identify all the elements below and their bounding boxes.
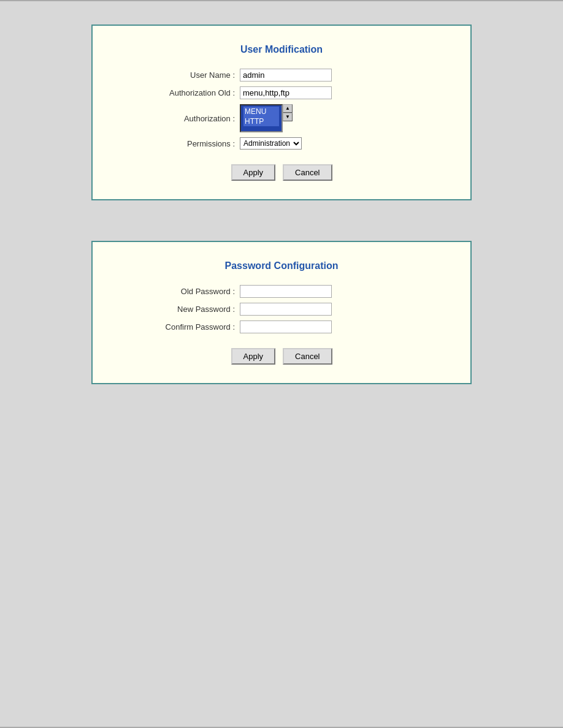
auth-field: MENU HTTP ▲ ▼ <box>240 104 446 137</box>
auth-item-http[interactable]: HTTP <box>243 116 279 126</box>
username-input[interactable] <box>240 69 332 82</box>
password-config-form: Old Password : New Password : Confirm Pa… <box>117 285 446 338</box>
user-mod-button-row: Apply Cancel <box>117 164 446 181</box>
user-modification-title: User Modification <box>117 44 446 55</box>
password-config-panel: Password Configuration Old Password : Ne… <box>91 241 472 384</box>
top-divider <box>0 0 563 1</box>
new-password-label: New Password : <box>117 303 240 320</box>
auth-item-menu[interactable]: MENU <box>243 107 279 116</box>
user-modification-form: User Name : Authorization Old : Authoriz… <box>117 69 446 154</box>
auth-label: Authorization : <box>117 104 240 137</box>
password-apply-button[interactable]: Apply <box>231 348 276 365</box>
auth-listbox[interactable]: MENU HTTP <box>240 104 283 132</box>
new-password-field <box>240 303 446 320</box>
permissions-select[interactable]: Administration User Guest <box>240 137 302 150</box>
user-modification-panel: User Modification User Name : Authorizat… <box>91 25 472 200</box>
auth-listbox-items: MENU HTTP <box>241 105 282 127</box>
auth-scroll-up-button[interactable]: ▲ <box>283 104 293 113</box>
page-wrapper: User Modification User Name : Authorizat… <box>0 0 563 728</box>
auth-scroll-buttons: ▲ ▼ <box>283 104 293 132</box>
auth-old-field <box>240 86 446 104</box>
confirm-password-field <box>240 320 446 338</box>
password-button-row: Apply Cancel <box>117 348 446 365</box>
password-cancel-button[interactable]: Cancel <box>283 348 332 365</box>
auth-old-label: Authorization Old : <box>117 86 240 104</box>
old-password-input[interactable] <box>240 285 332 298</box>
auth-old-input[interactable] <box>240 86 332 99</box>
username-label: User Name : <box>117 69 240 86</box>
user-mod-apply-button[interactable]: Apply <box>231 164 276 181</box>
permissions-label: Permissions : <box>117 137 240 154</box>
user-mod-cancel-button[interactable]: Cancel <box>283 164 332 181</box>
auth-scroll-down-button[interactable]: ▼ <box>283 113 293 121</box>
old-password-field <box>240 285 446 303</box>
confirm-password-label: Confirm Password : <box>117 320 240 338</box>
auth-listbox-wrapper: MENU HTTP ▲ ▼ <box>240 104 293 132</box>
password-config-title: Password Configuration <box>117 260 446 271</box>
confirm-password-input[interactable] <box>240 320 332 333</box>
permissions-field: Administration User Guest <box>240 137 446 154</box>
panels-area: User Modification User Name : Authorizat… <box>0 13 563 395</box>
old-password-label: Old Password : <box>117 285 240 303</box>
username-field <box>240 69 446 86</box>
new-password-input[interactable] <box>240 303 332 316</box>
